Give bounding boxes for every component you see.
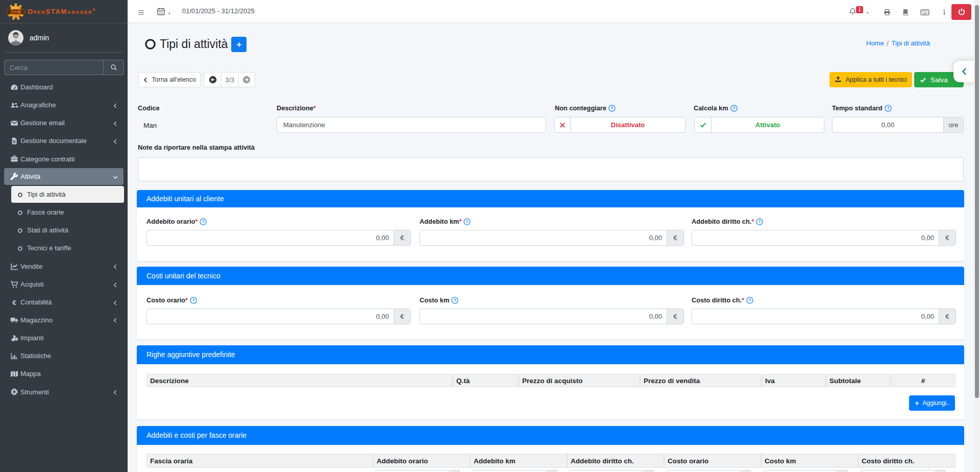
- svg-text:?: ?: [454, 298, 456, 303]
- svg-text:?: ?: [202, 219, 205, 224]
- svg-text:?: ?: [466, 219, 469, 224]
- svg-text:?: ?: [758, 219, 761, 224]
- svg-text:?: ?: [732, 106, 735, 111]
- svg-text:?: ?: [887, 106, 889, 111]
- svg-text:€: €: [12, 299, 16, 306]
- svg-text:?: ?: [610, 106, 613, 111]
- svg-text:OSM: OSM: [11, 9, 21, 14]
- svg-text:?: ?: [749, 298, 751, 303]
- svg-text:?: ?: [192, 298, 195, 303]
